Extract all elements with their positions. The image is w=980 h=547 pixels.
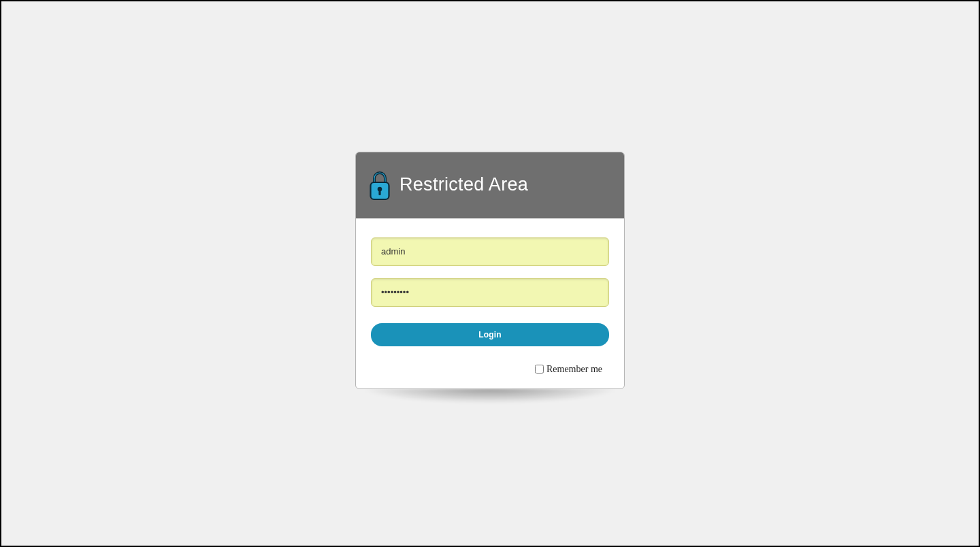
login-card: Restricted Area Login Remember me <box>355 152 625 389</box>
username-input[interactable] <box>371 237 609 266</box>
login-title: Restricted Area <box>399 174 528 195</box>
login-button[interactable]: Login <box>371 323 609 346</box>
login-body: Login Remember me <box>356 218 624 388</box>
svg-rect-2 <box>378 190 380 195</box>
remember-checkbox[interactable] <box>535 365 544 374</box>
password-input[interactable] <box>371 278 609 307</box>
remember-row: Remember me <box>371 364 609 375</box>
remember-label[interactable]: Remember me <box>546 364 602 375</box>
login-header: Restricted Area <box>356 152 624 218</box>
lock-icon <box>368 169 391 201</box>
